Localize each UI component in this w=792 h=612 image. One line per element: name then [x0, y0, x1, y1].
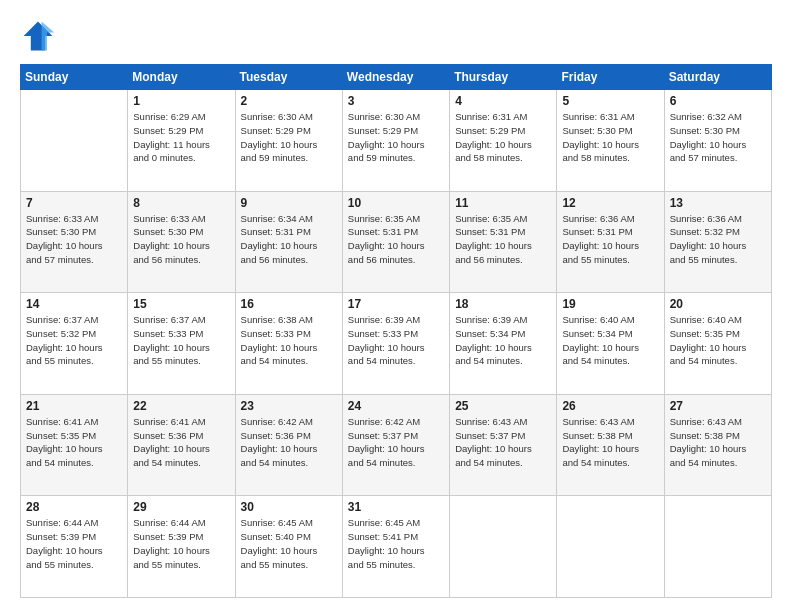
day-info: Sunrise: 6:44 AM Sunset: 5:39 PM Dayligh… — [26, 516, 122, 571]
day-number: 20 — [670, 297, 766, 311]
calendar-header-row: SundayMondayTuesdayWednesdayThursdayFrid… — [21, 65, 772, 90]
day-info: Sunrise: 6:42 AM Sunset: 5:37 PM Dayligh… — [348, 415, 444, 470]
calendar-cell: 26Sunrise: 6:43 AM Sunset: 5:38 PM Dayli… — [557, 394, 664, 496]
logo-icon — [20, 18, 56, 54]
calendar-cell: 23Sunrise: 6:42 AM Sunset: 5:36 PM Dayli… — [235, 394, 342, 496]
day-number: 17 — [348, 297, 444, 311]
day-number: 12 — [562, 196, 658, 210]
calendar-header-thursday: Thursday — [450, 65, 557, 90]
day-info: Sunrise: 6:33 AM Sunset: 5:30 PM Dayligh… — [133, 212, 229, 267]
calendar-header-saturday: Saturday — [664, 65, 771, 90]
day-number: 30 — [241, 500, 337, 514]
calendar-cell: 29Sunrise: 6:44 AM Sunset: 5:39 PM Dayli… — [128, 496, 235, 598]
calendar-cell — [21, 90, 128, 192]
day-number: 13 — [670, 196, 766, 210]
day-info: Sunrise: 6:41 AM Sunset: 5:35 PM Dayligh… — [26, 415, 122, 470]
day-info: Sunrise: 6:29 AM Sunset: 5:29 PM Dayligh… — [133, 110, 229, 165]
day-info: Sunrise: 6:31 AM Sunset: 5:29 PM Dayligh… — [455, 110, 551, 165]
day-info: Sunrise: 6:41 AM Sunset: 5:36 PM Dayligh… — [133, 415, 229, 470]
calendar-cell: 30Sunrise: 6:45 AM Sunset: 5:40 PM Dayli… — [235, 496, 342, 598]
calendar-cell: 17Sunrise: 6:39 AM Sunset: 5:33 PM Dayli… — [342, 293, 449, 395]
day-number: 27 — [670, 399, 766, 413]
calendar-week-2: 7Sunrise: 6:33 AM Sunset: 5:30 PM Daylig… — [21, 191, 772, 293]
calendar-cell: 14Sunrise: 6:37 AM Sunset: 5:32 PM Dayli… — [21, 293, 128, 395]
day-number: 18 — [455, 297, 551, 311]
page: SundayMondayTuesdayWednesdayThursdayFrid… — [0, 0, 792, 612]
calendar-header-sunday: Sunday — [21, 65, 128, 90]
calendar-week-3: 14Sunrise: 6:37 AM Sunset: 5:32 PM Dayli… — [21, 293, 772, 395]
day-number: 23 — [241, 399, 337, 413]
day-number: 31 — [348, 500, 444, 514]
day-number: 10 — [348, 196, 444, 210]
calendar-cell: 7Sunrise: 6:33 AM Sunset: 5:30 PM Daylig… — [21, 191, 128, 293]
day-info: Sunrise: 6:44 AM Sunset: 5:39 PM Dayligh… — [133, 516, 229, 571]
day-number: 25 — [455, 399, 551, 413]
day-number: 7 — [26, 196, 122, 210]
calendar-cell: 21Sunrise: 6:41 AM Sunset: 5:35 PM Dayli… — [21, 394, 128, 496]
day-info: Sunrise: 6:31 AM Sunset: 5:30 PM Dayligh… — [562, 110, 658, 165]
day-info: Sunrise: 6:36 AM Sunset: 5:31 PM Dayligh… — [562, 212, 658, 267]
day-info: Sunrise: 6:39 AM Sunset: 5:34 PM Dayligh… — [455, 313, 551, 368]
day-number: 15 — [133, 297, 229, 311]
calendar-table: SundayMondayTuesdayWednesdayThursdayFrid… — [20, 64, 772, 598]
calendar-cell: 24Sunrise: 6:42 AM Sunset: 5:37 PM Dayli… — [342, 394, 449, 496]
top-section — [20, 18, 772, 54]
day-number: 14 — [26, 297, 122, 311]
calendar-week-1: 1Sunrise: 6:29 AM Sunset: 5:29 PM Daylig… — [21, 90, 772, 192]
calendar-cell: 18Sunrise: 6:39 AM Sunset: 5:34 PM Dayli… — [450, 293, 557, 395]
calendar-cell: 4Sunrise: 6:31 AM Sunset: 5:29 PM Daylig… — [450, 90, 557, 192]
day-info: Sunrise: 6:33 AM Sunset: 5:30 PM Dayligh… — [26, 212, 122, 267]
calendar-cell: 6Sunrise: 6:32 AM Sunset: 5:30 PM Daylig… — [664, 90, 771, 192]
calendar-cell: 16Sunrise: 6:38 AM Sunset: 5:33 PM Dayli… — [235, 293, 342, 395]
calendar-header-wednesday: Wednesday — [342, 65, 449, 90]
day-number: 22 — [133, 399, 229, 413]
day-info: Sunrise: 6:35 AM Sunset: 5:31 PM Dayligh… — [455, 212, 551, 267]
calendar-cell — [664, 496, 771, 598]
day-info: Sunrise: 6:43 AM Sunset: 5:38 PM Dayligh… — [670, 415, 766, 470]
day-info: Sunrise: 6:36 AM Sunset: 5:32 PM Dayligh… — [670, 212, 766, 267]
calendar-cell: 8Sunrise: 6:33 AM Sunset: 5:30 PM Daylig… — [128, 191, 235, 293]
day-info: Sunrise: 6:42 AM Sunset: 5:36 PM Dayligh… — [241, 415, 337, 470]
calendar-cell — [557, 496, 664, 598]
day-number: 3 — [348, 94, 444, 108]
day-info: Sunrise: 6:30 AM Sunset: 5:29 PM Dayligh… — [348, 110, 444, 165]
calendar-cell: 11Sunrise: 6:35 AM Sunset: 5:31 PM Dayli… — [450, 191, 557, 293]
day-number: 9 — [241, 196, 337, 210]
day-info: Sunrise: 6:39 AM Sunset: 5:33 PM Dayligh… — [348, 313, 444, 368]
day-number: 29 — [133, 500, 229, 514]
day-number: 5 — [562, 94, 658, 108]
day-number: 2 — [241, 94, 337, 108]
svg-marker-0 — [24, 22, 53, 51]
calendar-cell: 10Sunrise: 6:35 AM Sunset: 5:31 PM Dayli… — [342, 191, 449, 293]
calendar-cell: 25Sunrise: 6:43 AM Sunset: 5:37 PM Dayli… — [450, 394, 557, 496]
day-info: Sunrise: 6:37 AM Sunset: 5:32 PM Dayligh… — [26, 313, 122, 368]
calendar-header-tuesday: Tuesday — [235, 65, 342, 90]
day-info: Sunrise: 6:35 AM Sunset: 5:31 PM Dayligh… — [348, 212, 444, 267]
calendar-week-5: 28Sunrise: 6:44 AM Sunset: 5:39 PM Dayli… — [21, 496, 772, 598]
logo — [20, 18, 62, 54]
calendar-cell: 20Sunrise: 6:40 AM Sunset: 5:35 PM Dayli… — [664, 293, 771, 395]
calendar-cell: 1Sunrise: 6:29 AM Sunset: 5:29 PM Daylig… — [128, 90, 235, 192]
day-number: 16 — [241, 297, 337, 311]
calendar-week-4: 21Sunrise: 6:41 AM Sunset: 5:35 PM Dayli… — [21, 394, 772, 496]
day-info: Sunrise: 6:43 AM Sunset: 5:37 PM Dayligh… — [455, 415, 551, 470]
day-number: 26 — [562, 399, 658, 413]
day-number: 21 — [26, 399, 122, 413]
day-info: Sunrise: 6:45 AM Sunset: 5:41 PM Dayligh… — [348, 516, 444, 571]
day-info: Sunrise: 6:37 AM Sunset: 5:33 PM Dayligh… — [133, 313, 229, 368]
calendar-header-monday: Monday — [128, 65, 235, 90]
day-info: Sunrise: 6:30 AM Sunset: 5:29 PM Dayligh… — [241, 110, 337, 165]
calendar-cell: 13Sunrise: 6:36 AM Sunset: 5:32 PM Dayli… — [664, 191, 771, 293]
calendar-cell: 5Sunrise: 6:31 AM Sunset: 5:30 PM Daylig… — [557, 90, 664, 192]
calendar-cell: 9Sunrise: 6:34 AM Sunset: 5:31 PM Daylig… — [235, 191, 342, 293]
day-number: 4 — [455, 94, 551, 108]
calendar-cell: 2Sunrise: 6:30 AM Sunset: 5:29 PM Daylig… — [235, 90, 342, 192]
calendar-cell: 31Sunrise: 6:45 AM Sunset: 5:41 PM Dayli… — [342, 496, 449, 598]
day-number: 19 — [562, 297, 658, 311]
day-info: Sunrise: 6:32 AM Sunset: 5:30 PM Dayligh… — [670, 110, 766, 165]
day-number: 11 — [455, 196, 551, 210]
day-number: 28 — [26, 500, 122, 514]
calendar-cell: 3Sunrise: 6:30 AM Sunset: 5:29 PM Daylig… — [342, 90, 449, 192]
calendar-cell: 12Sunrise: 6:36 AM Sunset: 5:31 PM Dayli… — [557, 191, 664, 293]
calendar-cell — [450, 496, 557, 598]
